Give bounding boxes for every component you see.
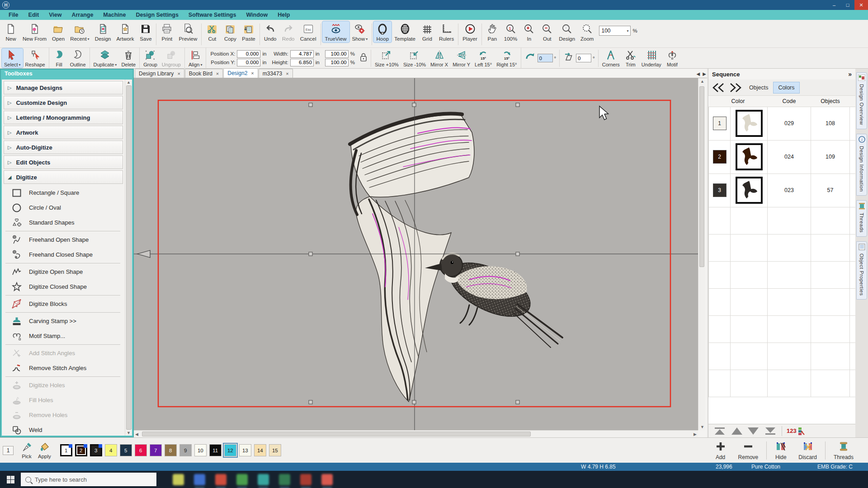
height-field[interactable] <box>290 59 314 66</box>
width-field[interactable] <box>290 50 314 58</box>
position-x-field[interactable] <box>237 50 260 58</box>
discard-color-button[interactable]: Discard <box>793 440 822 461</box>
tool-digitize-closed-shape[interactable]: Digitize Closed Shape <box>4 279 123 294</box>
apply-color-button[interactable]: Apply <box>38 441 51 459</box>
color-thumbnail[interactable] <box>736 143 763 170</box>
menu-edit[interactable]: Edit <box>24 11 43 19</box>
design-canvas[interactable] <box>134 78 698 430</box>
tool-carving-stamp[interactable]: Carving Stamp >> <box>4 314 123 328</box>
close-tab-icon[interactable]: × <box>177 71 180 76</box>
palette-swatch-4[interactable]: 4 <box>105 444 117 456</box>
menu-help[interactable]: Help <box>274 11 294 19</box>
tab-colors[interactable]: Colors <box>774 82 799 93</box>
palette-swatch-10[interactable]: 10 <box>194 444 207 456</box>
reshape-button[interactable]: Reshape <box>23 48 47 68</box>
palette-swatch-11[interactable]: 11 <box>209 444 222 456</box>
save-button[interactable]: Save <box>137 21 155 42</box>
mirror-x-button[interactable]: Mirror X <box>428 48 450 68</box>
restore-button[interactable]: □ <box>841 0 854 10</box>
mirror-y-button[interactable]: Mirror Y <box>450 48 472 68</box>
menu-file[interactable]: File <box>5 11 23 19</box>
toolbox-section-auto-digitize[interactable]: ▷Auto-Digitize <box>4 141 123 154</box>
sequence-row[interactable]: 2024109 <box>709 140 856 174</box>
scroll-down-icon[interactable]: ▼ <box>700 425 704 429</box>
taskbar-app-5[interactable] <box>258 474 269 485</box>
close-tab-icon[interactable]: × <box>216 71 219 76</box>
move-up-icon[interactable] <box>731 427 743 436</box>
copy-button[interactable]: Copy <box>221 21 239 42</box>
toolbox-section-edit-objects[interactable]: ▷Edit Objects <box>4 155 123 169</box>
color-index-swatch[interactable]: 1 <box>713 117 726 130</box>
tool-standard-shapes[interactable]: Standard Shapes <box>4 215 123 230</box>
minimize-button[interactable]: – <box>827 0 841 10</box>
sequence-forward-icon[interactable] <box>727 81 744 94</box>
motif-button[interactable]: Motif <box>664 48 681 68</box>
color-index-swatch[interactable]: 3 <box>713 183 726 197</box>
scroll-up-icon[interactable]: ▲ <box>127 80 131 84</box>
pan-button[interactable]: Pan <box>483 21 501 42</box>
skew-angle-field[interactable] <box>576 54 591 62</box>
design-button[interactable]: Design <box>92 21 114 42</box>
threads-color-button[interactable]: Threads <box>828 440 859 461</box>
close-tab-icon[interactable]: × <box>251 70 254 76</box>
tool-digitize-open-shape[interactable]: Digitize Open Shape <box>4 264 123 279</box>
move-down-icon[interactable] <box>747 427 759 436</box>
scroll-down-icon[interactable]: ▼ <box>127 431 131 435</box>
cancel-button[interactable]: EscCancel <box>297 21 319 42</box>
left-15--button[interactable]: 15°Left 15° <box>472 48 494 68</box>
menu-arrange[interactable]: Arrange <box>67 11 97 19</box>
doc-tab-design2[interactable]: Design2× <box>223 68 258 78</box>
trueview-button[interactable]: TrueView <box>322 21 349 42</box>
tool-motif-stamp[interactable]: Motif Stamp... <box>4 328 123 343</box>
taskbar-app-8[interactable] <box>321 474 333 485</box>
outline-button[interactable]: Outline <box>68 48 88 68</box>
rotate-angle-field[interactable] <box>538 54 553 62</box>
paste-button[interactable]: Paste <box>239 21 258 42</box>
open-button[interactable]: Open <box>49 21 67 42</box>
scroll-thumb[interactable] <box>126 85 132 430</box>
palette-swatch-1[interactable]: 1 <box>60 444 72 456</box>
sequence-back-icon[interactable] <box>710 81 726 94</box>
hoop-button[interactable]: Hoop <box>373 21 392 42</box>
toolbox-section-manage-designs[interactable]: ▷Manage Designs <box>4 81 123 94</box>
close-tab-icon[interactable]: × <box>286 71 288 76</box>
scale-height-field[interactable] <box>325 59 349 66</box>
align-button[interactable]: Align▾ <box>186 48 204 68</box>
palette-swatch-3[interactable]: 3 <box>90 444 102 456</box>
color-index-swatch[interactable]: 2 <box>713 150 726 164</box>
canvas-horizontal-scrollbar[interactable]: ◀ ▶ <box>134 430 698 437</box>
palette-swatch-15[interactable]: 15 <box>269 444 281 456</box>
canvas-vertical-scrollbar[interactable]: ▲ ▼ <box>698 78 705 430</box>
scale-width-field[interactable] <box>325 50 349 58</box>
palette-swatch-2[interactable]: 2 <box>75 444 87 456</box>
palette-swatch-7[interactable]: 7 <box>150 444 162 456</box>
100--button[interactable]: 1100% <box>501 21 520 42</box>
toolbox-section-artwork[interactable]: ▷Artwork <box>4 126 123 139</box>
scroll-thumb[interactable] <box>142 432 531 436</box>
add-color-button[interactable]: Add <box>709 440 732 461</box>
move-to-start-icon[interactable] <box>713 427 726 436</box>
scroll-up-icon[interactable]: ▲ <box>700 79 704 84</box>
doc-tab-book-bird[interactable]: Book Bird× <box>185 69 223 78</box>
underlay-button[interactable]: Underlay <box>639 48 664 68</box>
recent-button[interactable]: Recent▾ <box>67 21 92 42</box>
menu-design-settings[interactable]: Design Settings <box>132 11 182 19</box>
right-15--button[interactable]: 15°Right 15° <box>494 48 519 68</box>
panel-tab-design-information[interactable]: iDesign Information <box>856 134 867 196</box>
size-10--button[interactable]: Size -10% <box>401 48 428 68</box>
palette-swatch-5[interactable]: 5 <box>120 444 132 456</box>
taskbar-app-1[interactable] <box>173 474 184 485</box>
cut-button[interactable]: Cut <box>203 21 221 42</box>
palette-swatch-13[interactable]: 13 <box>239 444 251 456</box>
zoom-button[interactable]: Zoom <box>578 21 596 42</box>
menu-window[interactable]: Window <box>242 11 272 19</box>
toolbox-section-customize-design[interactable]: ▷Customize Design <box>4 96 123 109</box>
palette-swatch-12[interactable]: 12 <box>224 444 236 456</box>
panel-tab-object-properties[interactable]: Object Properties <box>856 241 867 300</box>
in-button[interactable]: In <box>520 21 538 42</box>
select-button[interactable]: Select▾ <box>2 48 23 68</box>
menu-software-settings[interactable]: Software Settings <box>184 11 241 19</box>
tool-freehand-closed-shape[interactable]: Freehand Closed Shape <box>4 247 123 262</box>
palette-swatch-6[interactable]: 6 <box>135 444 147 456</box>
palette-swatch-8[interactable]: 8 <box>165 444 177 456</box>
